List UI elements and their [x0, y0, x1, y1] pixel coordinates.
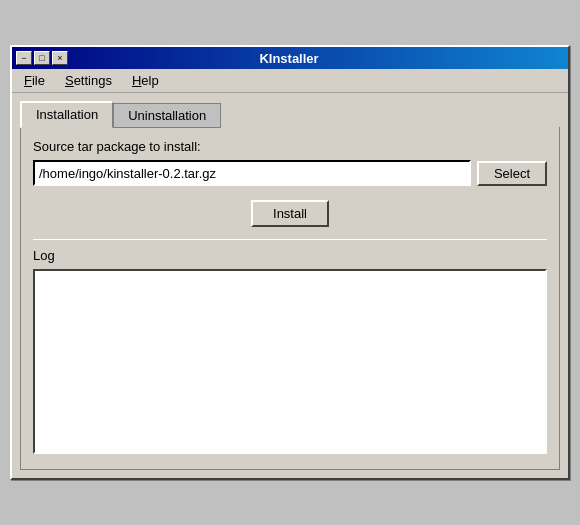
install-row: Install — [33, 200, 547, 227]
tab-panel-installation: Source tar package to install: Select In… — [20, 127, 560, 470]
log-label: Log — [33, 248, 547, 263]
menu-help-label: Help — [132, 73, 159, 88]
menu-settings-label: Settings — [65, 73, 112, 88]
install-button[interactable]: Install — [251, 200, 329, 227]
tab-uninstallation[interactable]: Uninstallation — [113, 103, 221, 128]
window-title: KInstaller — [68, 51, 510, 66]
tab-installation-label: Installation — [36, 107, 98, 122]
source-input-row: Select — [33, 160, 547, 186]
restore-button[interactable]: □ — [34, 51, 50, 65]
select-button[interactable]: Select — [477, 161, 547, 186]
source-label: Source tar package to install: — [33, 139, 547, 154]
minimize-button[interactable]: − — [16, 51, 32, 65]
tab-uninstallation-label: Uninstallation — [128, 108, 206, 123]
titlebar-buttons: − □ × — [16, 51, 68, 65]
menubar: File Settings Help — [12, 69, 568, 93]
divider — [33, 239, 547, 240]
close-button[interactable]: × — [52, 51, 68, 65]
log-area[interactable] — [33, 269, 547, 454]
source-input[interactable] — [33, 160, 471, 186]
content-area: Installation Uninstallation Source tar p… — [12, 93, 568, 478]
main-window: − □ × KInstaller File Settings Help Inst… — [10, 45, 570, 480]
menu-settings[interactable]: Settings — [57, 71, 120, 90]
menu-file[interactable]: File — [16, 71, 53, 90]
tab-installation[interactable]: Installation — [20, 101, 113, 128]
titlebar: − □ × KInstaller — [12, 47, 568, 69]
tab-bar: Installation Uninstallation — [20, 101, 560, 128]
menu-help[interactable]: Help — [124, 71, 167, 90]
menu-file-label: File — [24, 73, 45, 88]
